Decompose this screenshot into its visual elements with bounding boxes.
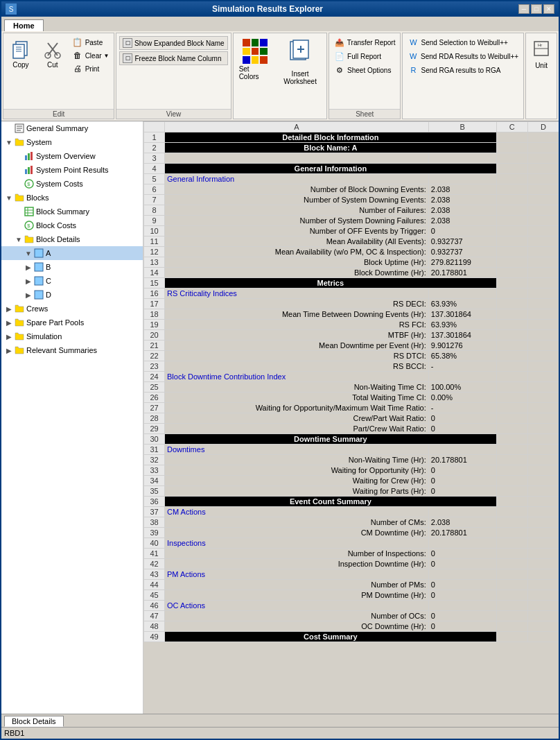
sidebar-item-block-d[interactable]: ▶ D — [1, 288, 143, 302]
cell-d — [527, 268, 559, 278]
sidebar-item-block-summary[interactable]: Block Summary — [1, 205, 143, 218]
row-number: 6 — [144, 184, 165, 195]
cell-a: Inspection Downtime (Hr): — [165, 559, 429, 569]
paste-label: Paste — [85, 39, 103, 46]
freeze-block-name-col-button[interactable]: ☐ Freeze Block Name Column — [119, 51, 227, 65]
send-selection-weibull-button[interactable]: W Send Selection to Weibull++ — [405, 36, 520, 49]
sidebar-item-general-summary[interactable]: General Summary — [1, 121, 143, 135]
svg-rect-37 — [35, 291, 43, 299]
cell-c — [496, 216, 527, 226]
sheet-options-button[interactable]: ⚙ Sheet Options — [332, 64, 397, 76]
sidebar-label-system-costs: System Costs — [36, 180, 83, 188]
cut-icon — [42, 38, 64, 60]
cell-b: 279.821199 — [428, 257, 496, 268]
col-header-b[interactable]: B — [428, 122, 496, 132]
insert-worksheet-button[interactable]: Insert Worksheet — [277, 36, 324, 88]
cell-c — [496, 184, 527, 195]
sidebar-item-block-b[interactable]: ▶ B — [1, 260, 143, 274]
clear-button[interactable]: 🗑 Clear ▼ — [70, 49, 112, 62]
sidebar-item-block-a[interactable]: ▼ A — [1, 246, 143, 260]
copy-button[interactable]: Copy — [6, 36, 35, 71]
cell-a[interactable]: Block Downtime Contribution Index — [165, 372, 429, 382]
cell-a[interactable]: OC Actions — [165, 601, 429, 611]
send-rda-weibull-button[interactable]: W Send RDA Results to Weibull++ — [405, 50, 520, 62]
cell-c — [496, 299, 527, 309]
send-rda-weibull-icon: W — [408, 51, 419, 62]
col-header-a[interactable]: A — [165, 122, 429, 132]
cell-c — [496, 528, 527, 538]
sidebar-item-system-overview[interactable]: System Overview — [1, 149, 143, 163]
sidebar-item-simulation[interactable]: ▶ Simulation — [1, 329, 143, 343]
cell-d — [527, 507, 559, 517]
svg-rect-35 — [35, 263, 43, 271]
cell-a[interactable]: CM Actions — [165, 507, 429, 517]
row-number: 9 — [144, 216, 165, 226]
table-row: 8Number of Failures:2.038 — [144, 205, 559, 216]
simulation-folder-icon — [14, 331, 25, 342]
row-number: 36 — [144, 497, 165, 507]
sidebar-item-block-c[interactable]: ▶ C — [1, 274, 143, 288]
sidebar-item-system-point-results[interactable]: System Point Results — [1, 163, 143, 177]
cell-d — [527, 611, 559, 621]
cell-d — [527, 351, 559, 361]
sidebar-item-system[interactable]: ▼ System — [1, 135, 143, 149]
sidebar-item-block-details[interactable]: ▼ Block Details — [1, 232, 143, 246]
block-details-tab[interactable]: Block Details — [4, 716, 64, 727]
maximize-button[interactable]: □ — [531, 4, 542, 14]
row-number: 23 — [144, 361, 165, 372]
show-expanded-block-name-button[interactable]: ☐ Show Expanded Block Name — [119, 36, 227, 50]
table-row: 43PM Actions — [144, 569, 559, 580]
cell-a: Number of Block Downing Events: — [165, 184, 429, 195]
table-row: 15Metrics — [144, 278, 559, 289]
paste-button[interactable]: 📋 Paste — [70, 36, 112, 49]
col-header-c[interactable]: C — [496, 122, 527, 132]
sidebar-item-system-costs[interactable]: $ System Costs — [1, 177, 143, 191]
sidebar-item-blocks[interactable]: ▼ Blocks — [1, 191, 143, 205]
main-area: General Summary ▼ System System Overview — [1, 121, 559, 714]
unit-button[interactable]: Hr Unit — [529, 36, 554, 72]
sidebar-item-relevant-summaries[interactable]: ▶ Relevant Summaries — [1, 343, 143, 357]
col-header-d[interactable]: D — [527, 122, 559, 132]
cell-a: MTBF (Hr): — [165, 330, 429, 341]
sidebar-item-crews[interactable]: ▶ Crews — [1, 302, 143, 316]
cell-a: Mean Availability (All Events): — [165, 236, 429, 247]
cell-a[interactable]: Inspections — [165, 538, 429, 549]
cell-c — [496, 247, 527, 257]
home-tab[interactable]: Home — [4, 19, 44, 31]
cell-c — [496, 569, 527, 580]
row-number: 7 — [144, 195, 165, 205]
minimize-button[interactable]: ─ — [518, 4, 530, 14]
table-row: 2Block Name: A — [144, 143, 559, 153]
table-row: 45PM Downtime (Hr):0 — [144, 590, 559, 601]
sidebar-label-general-summary: General Summary — [26, 124, 88, 132]
sheet-options-label: Sheet Options — [347, 67, 391, 74]
grid-area[interactable]: A B C D 1Detailed Block Information2Bloc… — [143, 121, 559, 714]
cell-a: Mean Time Between Downing Events (Hr): — [165, 309, 429, 320]
transfer-report-button[interactable]: 📤 Transfer Report — [332, 36, 397, 49]
close-button[interactable]: ✕ — [543, 4, 554, 14]
full-report-button[interactable]: 📄 Full Report — [332, 50, 397, 62]
cut-button[interactable]: Cut — [38, 36, 67, 71]
cell-b: 0 — [428, 549, 496, 559]
sidebar-item-spare-part-pools[interactable]: ▶ Spare Part Pools — [1, 316, 143, 329]
cell-c — [496, 351, 527, 361]
cell-a[interactable]: Downtimes — [165, 445, 429, 455]
cell-b: 0 — [428, 580, 496, 590]
table-row: 28Crew/Part Wait Ratio:0 — [144, 413, 559, 424]
cell-d — [527, 413, 559, 424]
spreadsheet-container: A B C D 1Detailed Block Information2Bloc… — [143, 121, 559, 642]
cell-d — [527, 621, 559, 632]
send-rga-button[interactable]: R Send RGA results to RGA — [405, 64, 520, 76]
cell-a[interactable]: RS Criticality Indices — [165, 289, 429, 299]
cell-d — [527, 289, 559, 299]
cell-c — [496, 497, 527, 507]
svg-text:$: $ — [27, 181, 30, 187]
sidebar-item-block-costs[interactable]: $ Block Costs — [1, 218, 143, 232]
cell-a[interactable]: PM Actions — [165, 569, 429, 580]
print-button[interactable]: 🖨 Print — [70, 62, 112, 75]
row-number: 35 — [144, 486, 165, 497]
set-colors-button[interactable]: Set Colors — [236, 36, 274, 83]
row-number: 47 — [144, 611, 165, 621]
cell-a[interactable]: General Information — [165, 174, 429, 184]
table-row: 34Waiting for Crew (Hr):0 — [144, 476, 559, 486]
